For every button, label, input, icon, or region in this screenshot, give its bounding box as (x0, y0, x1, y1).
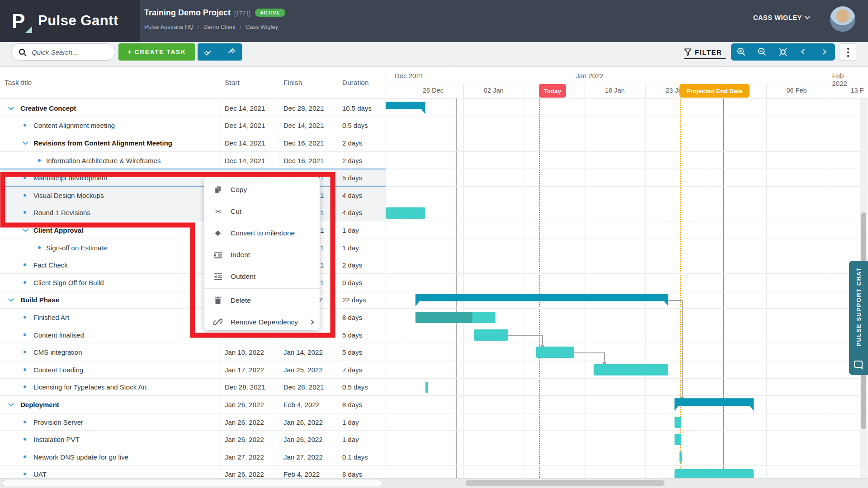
task-duration: 8 days (342, 470, 362, 478)
filter-button[interactable]: FILTER (684, 46, 726, 59)
more-options-button[interactable] (839, 43, 856, 61)
task-row[interactable]: Client ApprovalDec 29, 2021Dec 29, 20211… (0, 221, 868, 239)
menu-item-remove-dependency[interactable]: Remove Dependency (204, 311, 320, 333)
column-header-finish[interactable]: Finish (283, 79, 302, 87)
task-row[interactable]: Creative ConceptDec 14, 2021Dec 28, 2021… (0, 99, 868, 117)
gantt-task-bar[interactable] (679, 451, 682, 463)
task-finish-date: Dec 28, 2021 (283, 104, 324, 112)
task-bullet-icon (24, 455, 26, 458)
avatar[interactable] (830, 6, 855, 32)
zoom-out-button[interactable] (757, 47, 768, 57)
task-row[interactable]: Content finalisedJan 3, 2022Jan 7, 20225… (0, 326, 868, 344)
project-title-row: Training Demo Project[1721]ACTIVE (144, 8, 285, 18)
task-row[interactable]: Provision ServerJan 26, 2022Jan 26, 2022… (0, 413, 868, 431)
menu-item-label: Indent (231, 251, 250, 259)
gantt-task-bar[interactable] (474, 329, 508, 341)
menu-item-label: Convert to milestone (231, 229, 295, 237)
menu-item-delete[interactable]: Delete (204, 290, 320, 311)
breadcrumb-item[interactable]: Demo Client (203, 23, 236, 30)
gantt-task-bar[interactable] (594, 364, 668, 375)
scroll-left-button[interactable] (798, 47, 809, 57)
task-bullet-icon (24, 368, 26, 371)
task-row[interactable]: CMS integrationJan 10, 2022Jan 14, 20225… (0, 343, 868, 361)
grid-header: Task title Start Finish Duration Dec 202… (0, 67, 868, 99)
project-title: Training Demo Project (144, 8, 231, 17)
breadcrumb-separator: / (240, 23, 241, 30)
task-row[interactable]: Revisions from Content Alignment Meeting… (0, 134, 868, 152)
support-chat-label: PULSE SUPPORT CHAT (855, 267, 862, 347)
zoom-to-fit-button[interactable] (778, 47, 788, 57)
task-start-date: Dec 28, 2021 (225, 383, 265, 391)
task-duration: 4 days (342, 191, 362, 199)
task-row[interactable]: Round 1 RevisionsDec 23, 2021Dec 28, 202… (0, 204, 868, 222)
task-start-date: Jan 10, 2022 (225, 348, 264, 356)
menu-item-label: Cut (231, 207, 241, 216)
breadcrumb-separator: / (198, 23, 199, 30)
double-chevron-up-icon (228, 49, 234, 56)
column-header-duration[interactable]: Duration (342, 79, 369, 87)
task-row[interactable]: Client Sign Off for BuildDec 31, 2021Dec… (0, 274, 868, 291)
breadcrumb[interactable]: Pulse Australia HQ/Demo Client/Cass Wigl… (144, 23, 278, 30)
app-logo-icon: P (12, 10, 33, 33)
gantt-task-bar[interactable] (425, 382, 428, 393)
timeline-week-label: 16 Jan (585, 87, 645, 94)
menu-item-label: Copy (231, 186, 247, 194)
task-finish-date: Jan 26, 2022 (283, 436, 323, 443)
user-menu[interactable]: CASS WIGLEY (753, 14, 809, 21)
app-title: Pulse Gantt (38, 13, 118, 29)
table-scrollbar-thumb[interactable] (2, 480, 382, 486)
gantt-task-bar[interactable] (675, 469, 754, 478)
menu-item-outdent[interactable]: Outdent (204, 266, 320, 287)
gantt-task-bar[interactable] (415, 312, 495, 323)
top-header-bar: P Pulse Gantt Training Demo Project[1721… (0, 0, 868, 42)
zoom-in-button[interactable] (736, 47, 747, 57)
gantt-task-bar[interactable] (536, 347, 574, 358)
scroll-right-button[interactable] (819, 47, 830, 57)
gantt-task-bar[interactable] (386, 207, 425, 219)
menu-item-copy[interactable]: Copy (204, 179, 320, 201)
task-row[interactable]: Information Architecture & WireframesDec… (0, 152, 868, 169)
panel-divider (386, 67, 386, 99)
column-header-task-title[interactable]: Task title (5, 79, 32, 87)
task-row[interactable]: Visual Design MockupsDec 21, 2021Dec 24,… (0, 187, 868, 204)
timeline-month-label: Feb 2022 (832, 72, 856, 87)
task-row[interactable]: Network DNS update for go liveJan 27, 20… (0, 448, 868, 466)
task-row[interactable]: Content Alignment meetingDec 14, 2021Dec… (0, 117, 868, 135)
projected-end-date-badge: Projected End Date (679, 84, 750, 98)
gantt-task-bar[interactable] (675, 434, 681, 445)
task-duration: 0.1 days (342, 453, 368, 460)
create-task-button[interactable]: + CREATE TASK (118, 43, 195, 61)
column-header-start[interactable]: Start (225, 79, 240, 87)
timeline-scrollbar-thumb[interactable] (466, 480, 665, 486)
task-row[interactable]: Fact CheckDec 30, 2021Dec 31, 20212 days (0, 256, 868, 274)
task-row[interactable]: Content LoadingJan 17, 2022Jan 25, 20227… (0, 361, 868, 379)
breadcrumb-item[interactable]: Cass Wigley (245, 23, 278, 30)
collapse-all-button[interactable] (198, 43, 220, 61)
task-duration: 0.5 days (342, 122, 368, 129)
breadcrumb-item[interactable]: Pulse Australia HQ (144, 23, 193, 30)
outdent-icon (213, 272, 222, 281)
zoom-to-fit-icon (778, 47, 788, 57)
expand-all-button[interactable] (220, 43, 242, 61)
menu-item-indent[interactable]: Indent (204, 244, 320, 266)
dependency-line (574, 352, 604, 353)
timeline-week-label: 06 Feb (766, 87, 827, 94)
task-row[interactable]: Sign-off on EstimateDec 29, 2021Dec 29, … (0, 239, 868, 257)
menu-item-cut[interactable]: ✂Cut (204, 201, 320, 222)
expand-chevron-icon[interactable] (23, 226, 28, 232)
task-bullet-icon (24, 438, 26, 441)
task-row[interactable]: Instalation PVTJan 26, 2022Jan 26, 20221… (0, 431, 868, 448)
expand-chevron-icon[interactable] (8, 401, 14, 407)
expand-chevron-icon[interactable] (8, 104, 14, 110)
task-row[interactable]: Licensing for Typefaces and Stock ArtDec… (0, 379, 868, 396)
dependency-line (508, 335, 542, 336)
gantt-task-bar[interactable] (675, 417, 681, 428)
expand-chevron-icon[interactable] (23, 139, 28, 145)
expand-chevron-icon[interactable] (8, 296, 14, 302)
gantt-content: Creative ConceptDec 14, 2021Dec 28, 2021… (0, 99, 868, 478)
menu-item-convert-to-milestone[interactable]: Convert to milestone (204, 222, 320, 244)
support-chat-tab[interactable]: PULSE SUPPORT CHAT (849, 261, 868, 375)
search-input[interactable]: Quick Search... (11, 43, 115, 61)
task-start-date: Dec 14, 2021 (225, 156, 265, 164)
zoom-out-icon (757, 47, 768, 57)
